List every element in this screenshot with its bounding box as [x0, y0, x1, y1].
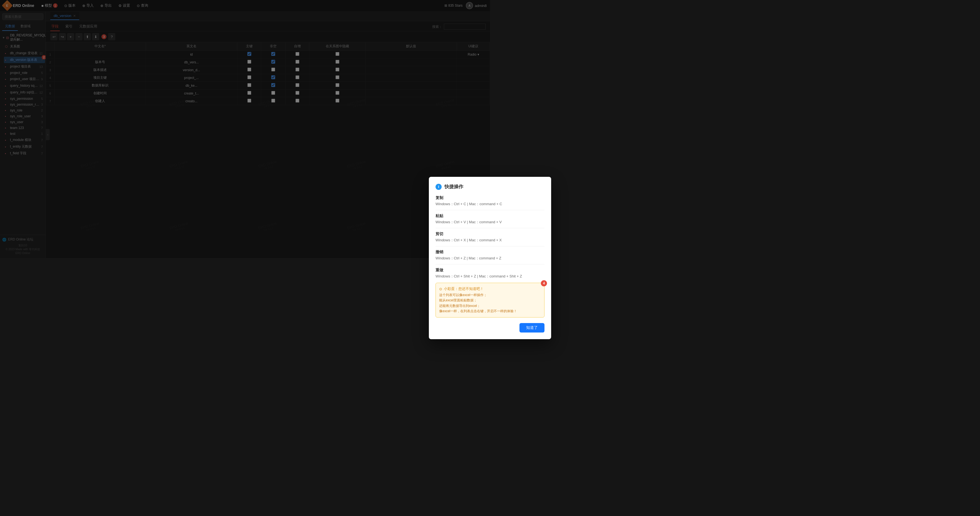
modal-overlay: i 快捷操作 复制 Windows：Ctrl + C | Mac：command…: [0, 0, 490, 258]
shortcut-paste: 粘贴 Windows：Ctrl + V | Mac：command + V: [436, 213, 490, 225]
shortcut-copy-name: 复制: [436, 196, 490, 201]
shortcut-paste-desc: Windows：Ctrl + V | Mac：command + V: [436, 220, 490, 225]
shortcut-undo-desc: Windows：Ctrl + Z | Mac：command + Z: [436, 256, 490, 258]
modal-info-icon: i: [436, 184, 442, 190]
shortcut-copy: 复制 Windows：Ctrl + C | Mac：command + C: [436, 196, 490, 207]
modal-title: 快捷操作: [444, 183, 463, 190]
modal-header: i 快捷操作: [436, 183, 490, 190]
shortcut-cut-name: 剪切: [436, 232, 490, 237]
shortcut-undo: 撤销 Windows：Ctrl + Z | Mac：command + Z: [436, 250, 490, 258]
shortcut-cut: 剪切 Windows：Ctrl + X | Mac：command + X: [436, 232, 490, 243]
shortcut-undo-name: 撤销: [436, 250, 490, 255]
shortcut-cut-desc: Windows：Ctrl + X | Mac：command + X: [436, 238, 490, 243]
shortcut-modal: i 快捷操作 复制 Windows：Ctrl + C | Mac：command…: [429, 177, 490, 258]
shortcut-paste-name: 粘贴: [436, 213, 490, 218]
shortcut-copy-desc: Windows：Ctrl + C | Mac：command + C: [436, 202, 490, 207]
